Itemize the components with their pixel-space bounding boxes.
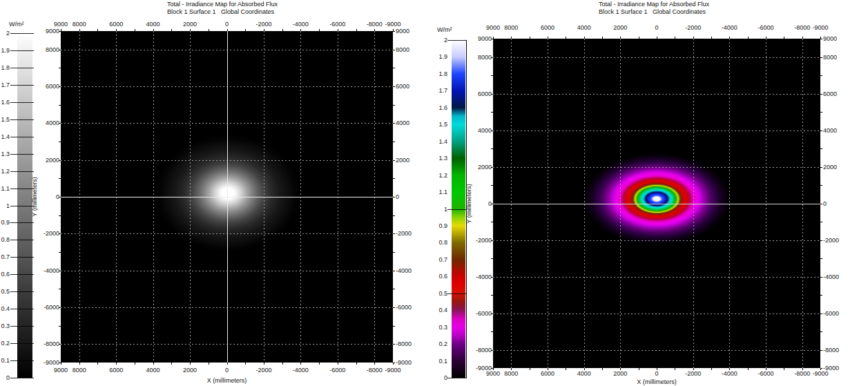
colorbar-tick-label: 1.4 — [0, 133, 10, 139]
y-tick-label-left: -8000 — [468, 347, 492, 354]
axis-tick — [566, 37, 566, 39]
axis-tick — [675, 37, 675, 39]
colorbar-unit-label: W/m² — [9, 21, 24, 28]
y-tick-label-left: -4000 — [36, 267, 59, 275]
x-tick-label-top: 4000 — [577, 24, 591, 32]
axis-tick — [393, 363, 395, 363]
irradiance-map-viewer: Total - Irradiance Map for Absorbed Flux… — [0, 0, 868, 386]
x-tick-label-top: -4000 — [722, 24, 737, 32]
axis-tick — [393, 197, 395, 197]
axis-tick — [190, 29, 191, 31]
x-tick-label-bottom: 6000 — [541, 370, 554, 378]
colorbar-tick-label: 0.7 — [427, 256, 447, 262]
axis-tick — [820, 112, 822, 113]
colorbar-tick-label: 0.7 — [0, 254, 10, 260]
x-tick-label-top: 6000 — [109, 21, 123, 28]
y-axis-label: Y (millimeters) — [465, 184, 472, 223]
x-tick-label-top: -6000 — [329, 21, 345, 28]
colorbar-tick-label: 1.7 — [0, 81, 10, 88]
axis-tick — [393, 344, 395, 345]
axis-tick — [97, 29, 98, 31]
axis-tick — [59, 326, 61, 327]
x-tick-label-top: -2000 — [685, 24, 701, 32]
axis-tick — [675, 368, 675, 370]
x-tick-label-bottom: -9000 — [385, 367, 401, 374]
axis-tick — [393, 31, 395, 32]
axis-tick — [766, 37, 766, 39]
axis-tick — [393, 289, 395, 289]
plot-title: Total - Irradiance Map for Absorbed Flux — [167, 1, 278, 8]
y-tick-label-right: 8000 — [823, 54, 837, 61]
colorbar-tick — [10, 171, 34, 172]
axis-tick — [116, 363, 117, 365]
colorbar-tick-label: 1.5 — [0, 116, 10, 122]
colorbar-tick — [10, 240, 34, 240]
axis-tick — [602, 368, 603, 370]
axis-tick — [393, 123, 395, 124]
axis-tick — [820, 131, 822, 131]
y-tick-label-right: -6000 — [396, 304, 412, 311]
axis-tick — [374, 29, 375, 31]
colorbar-tick-label: 0.4 — [0, 306, 10, 312]
axis-tick — [356, 363, 357, 365]
axis-tick — [135, 29, 135, 31]
colorbar-tick-label: 1.1 — [427, 189, 447, 195]
x-tick-label-bottom: -2000 — [255, 367, 271, 374]
axis-tick — [61, 29, 61, 31]
axis-tick — [711, 37, 712, 39]
gridline-horizontal — [493, 313, 820, 314]
y-tick-label-left: 9000 — [36, 28, 59, 35]
y-tick-label-left: -8000 — [36, 340, 59, 348]
colorbar-tick — [447, 293, 466, 294]
y-tick-label-right: -8000 — [396, 340, 412, 348]
x-tick-label-bottom: -6000 — [758, 370, 773, 378]
y-axis-label: Y (millimeters) — [31, 177, 38, 216]
plot-subtitle: Block 1 Surface 1 Global Coordinates — [167, 8, 274, 16]
colorbar-tick — [10, 154, 34, 155]
x-tick-label-top: 9000 — [486, 24, 500, 32]
axis-tick — [729, 37, 730, 39]
axis-tick — [319, 29, 320, 31]
colorbar-tick-label: 0.8 — [427, 240, 447, 246]
colorbar-tick-label: 0.2 — [0, 340, 10, 347]
colorbar-tick-label: 0.3 — [0, 323, 10, 329]
axis-tick — [491, 331, 493, 332]
plot-title: Total - Irradiance Map for Absorbed Flux — [599, 1, 709, 8]
axis-tick — [784, 37, 784, 39]
x-tick-label-bottom: 2000 — [183, 367, 197, 374]
colorbar-tick-label: 1.3 — [0, 151, 10, 157]
colorbar-tick — [10, 206, 34, 206]
colorbar-tick — [10, 85, 34, 86]
colorbar-tick — [10, 222, 34, 223]
x-tick-label-bottom: -6000 — [329, 367, 345, 374]
x-tick-label-bottom: 0 — [655, 370, 658, 378]
axis-tick — [584, 37, 585, 39]
axis-tick — [820, 204, 822, 204]
axis-tick — [59, 142, 61, 142]
axis-tick — [338, 363, 338, 365]
x-tick-label-bottom: 8000 — [504, 370, 518, 378]
x-tick-label-top: -2000 — [255, 21, 271, 28]
colorbar-tick-label: 1.6 — [0, 99, 10, 105]
axis-tick — [59, 68, 61, 68]
axis-tick — [116, 29, 117, 31]
axis-tick — [190, 363, 191, 365]
gridline-horizontal — [493, 57, 820, 58]
axis-tick — [820, 39, 822, 39]
axis-tick — [282, 29, 283, 31]
axis-tick — [393, 215, 395, 216]
colorbar-tick — [10, 137, 34, 137]
axis-tick — [282, 363, 283, 365]
colorbar-tick — [10, 291, 34, 292]
axis-tick — [748, 37, 749, 39]
y-tick-label-left: -2000 — [36, 230, 59, 238]
axis-tick — [530, 37, 530, 39]
axis-tick — [820, 277, 822, 278]
colorbar-tick-label: 0.1 — [0, 358, 10, 364]
y-tick-label-left: -9000 — [468, 365, 492, 372]
axis-tick — [393, 86, 395, 87]
axis-tick — [393, 68, 395, 68]
colorbar-tick-label: 1.4 — [427, 138, 447, 144]
y-tick-label-left: 6000 — [36, 83, 59, 90]
axis-tick — [227, 29, 228, 31]
